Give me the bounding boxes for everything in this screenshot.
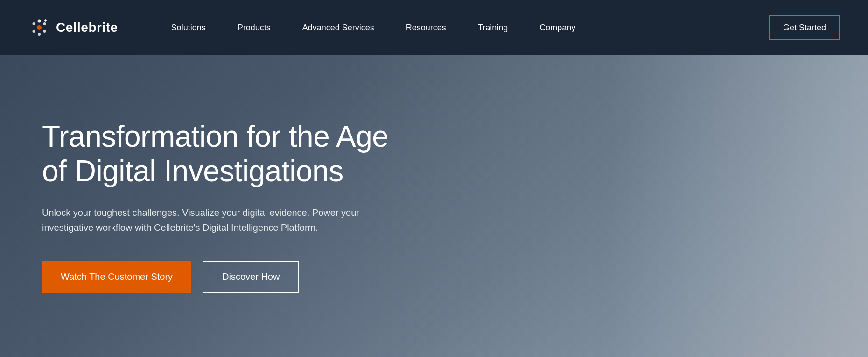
discover-how-button[interactable]: Discover How	[203, 261, 299, 293]
svg-point-3	[43, 30, 46, 33]
svg-point-2	[43, 22, 46, 25]
hero-buttons: Watch The Customer Story Discover How	[42, 261, 397, 293]
watch-customer-story-button[interactable]: Watch The Customer Story	[42, 261, 191, 293]
brand-name: Cellebrite	[56, 20, 118, 35]
svg-point-5	[33, 30, 35, 33]
nav-item-company[interactable]: Company	[524, 0, 591, 55]
navbar: Cellebrite Solutions Products Advanced S…	[0, 0, 868, 55]
logo-area[interactable]: Cellebrite	[28, 16, 118, 39]
nav-item-training[interactable]: Training	[462, 0, 524, 55]
nav-item-products[interactable]: Products	[222, 0, 287, 55]
svg-point-0	[37, 25, 42, 30]
svg-point-1	[38, 20, 41, 23]
hero-section: Transformation for the Age of Digital In…	[0, 55, 868, 357]
nav-item-advanced-services[interactable]: Advanced Services	[287, 0, 390, 55]
hero-content: Transformation for the Age of Digital In…	[42, 120, 397, 293]
nav-links: Solutions Products Advanced Services Res…	[155, 0, 769, 55]
hero-subtitle: Unlock your toughest challenges. Visuali…	[42, 205, 359, 235]
hero-title: Transformation for the Age of Digital In…	[42, 120, 397, 188]
get-started-button[interactable]: Get Started	[769, 15, 840, 40]
nav-item-resources[interactable]: Resources	[390, 0, 462, 55]
svg-point-4	[38, 33, 41, 36]
nav-item-solutions[interactable]: Solutions	[155, 0, 222, 55]
cellebrite-logo-icon	[28, 16, 50, 39]
svg-point-6	[33, 22, 35, 25]
